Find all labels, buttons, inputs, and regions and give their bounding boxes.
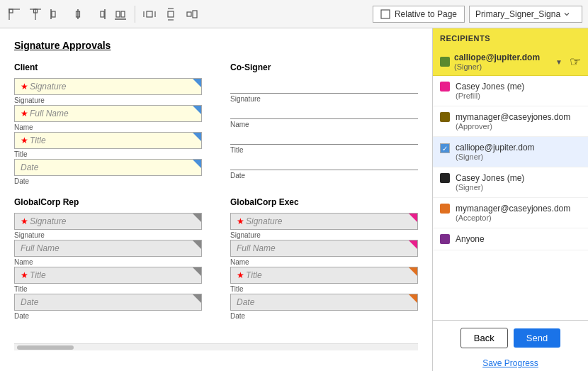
field-text-fullname: Full Name — [30, 109, 69, 118]
recipient-name: mymanager@caseyjones.dom — [456, 112, 570, 122]
section-cosigner-title: Co-Signer — [230, 62, 418, 72]
right-panel: RECIPIENTS calliope@jupiter.dom (Signer)… — [432, 28, 588, 371]
section-cosigner: Co-Signer Signature Name Title Date — [230, 62, 418, 186]
recipient-info: mymanager@caseyjones.dom (Acceptor) — [456, 204, 570, 222]
scroll-thumb[interactable] — [17, 345, 74, 350]
client-date-label: Date — [14, 177, 202, 185]
gcorp-exec-title-label: Title — [230, 285, 418, 293]
recipient-name: calliope@jupiter.dom — [456, 143, 535, 153]
resize-icon[interactable] — [183, 6, 200, 23]
field-corner — [193, 160, 201, 168]
list-item[interactable]: mymanager@caseyjones.dom (Acceptor) — [433, 198, 588, 228]
client-title-label: Title — [14, 150, 202, 158]
dist-v-icon[interactable] — [162, 6, 179, 23]
align-bottom-icon[interactable] — [112, 6, 129, 23]
gcorp-exec-signature-field[interactable]: ★ Signature — [230, 213, 418, 230]
align-tl-icon[interactable] — [6, 6, 23, 23]
recipient-info: Anyone — [456, 234, 485, 244]
field-text-signature: Signature — [30, 82, 66, 92]
relative-to-page-button[interactable]: Relative to Page — [373, 6, 465, 23]
recipient-role: (Approver) — [456, 122, 570, 131]
cosigner-signature-label: Signature — [230, 95, 418, 103]
cosigner-fullname-field — [230, 104, 418, 119]
recipient-name: Casey Jones (me) — [456, 173, 524, 183]
recipients-header: RECIPIENTS — [433, 28, 588, 48]
list-item[interactable]: Casey Jones (me) (Prefill) — [433, 76, 588, 106]
required-star: ★ — [21, 135, 28, 145]
dist-h-icon[interactable] — [141, 6, 158, 23]
cosigner-date-field — [230, 155, 418, 170]
document-title: Signature Approvals — [14, 40, 418, 51]
chevron-down-icon: ▼ — [555, 58, 562, 66]
align-tc-icon[interactable] — [27, 6, 44, 23]
required-star: ★ — [21, 270, 28, 280]
selected-recipient-role: (Signer) — [454, 62, 540, 71]
gcorp-rep-sig-label: Signature — [14, 231, 202, 239]
recipient-info: mymanager@caseyjones.dom (Approver) — [456, 112, 570, 131]
recipient-checkbox[interactable]: ✓ — [440, 143, 450, 153]
section-globalcorp-exec: GlobalCorp Exec ★ Signature Signature Fu… — [230, 197, 418, 321]
toolbar: Relative to Page Primary_Signer_Signa — [0, 0, 588, 28]
list-item[interactable]: ✓ calliope@jupiter.dom (Signer) — [433, 137, 588, 167]
gcorp-exec-title-field[interactable]: ★ Title — [230, 267, 418, 284]
gcorp-rep-fullname-field[interactable]: Full Name — [14, 240, 202, 257]
gcorp-rep-title-field[interactable]: ★ Title — [14, 267, 202, 284]
list-item[interactable]: Anyone — [433, 228, 588, 250]
section-globalcorp-rep: GlobalCorp Rep ★ Signature Signature Ful… — [14, 197, 202, 321]
save-progress-link[interactable]: Save Progress — [433, 355, 588, 371]
gcorp-exec-name-label: Name — [230, 258, 418, 266]
field-corner-pink — [409, 214, 417, 222]
svg-rect-0 — [9, 9, 13, 13]
field-corner — [193, 214, 201, 222]
recipients-list: Casey Jones (me) (Prefill) mymanager@cas… — [433, 76, 588, 320]
svg-rect-21 — [187, 12, 191, 16]
required-star: ★ — [21, 216, 28, 226]
bottom-section: Back Send Save Progress — [433, 320, 588, 371]
main-area: Signature Approvals Client ★ Signature S… — [0, 28, 588, 371]
cosigner-date-label: Date — [230, 172, 418, 179]
sections-grid: Client ★ Signature Signature ★ Full Name… — [14, 62, 418, 332]
client-signature-field[interactable]: ★ Signature — [14, 78, 202, 95]
field-text-title: Title — [246, 270, 262, 280]
recipient-role: (Acceptor) — [456, 214, 570, 222]
align-left-icon[interactable] — [48, 6, 65, 23]
back-button[interactable]: Back — [460, 328, 508, 348]
field-text-fn: Full Name — [237, 243, 276, 253]
client-fullname-field[interactable]: ★ Full Name — [14, 105, 202, 122]
field-corner-orange — [409, 267, 417, 276]
list-item[interactable]: mymanager@caseyjones.dom (Approver) — [433, 106, 588, 137]
gcorp-rep-date-label: Date — [14, 312, 202, 320]
gcorp-rep-date-field[interactable]: Date — [14, 294, 202, 311]
field-corner — [193, 294, 201, 303]
gcorp-rep-signature-field[interactable]: ★ Signature — [14, 213, 202, 230]
cosigner-signature-field — [230, 78, 418, 94]
signer-dropdown-button[interactable]: Primary_Signer_Signa — [469, 6, 582, 23]
relative-to-page-label: Relative to Page — [395, 9, 457, 19]
list-item[interactable]: Casey Jones (me) (Signer) — [433, 167, 588, 198]
recipient-color-dot — [440, 204, 450, 214]
toolbar-divider-1 — [135, 6, 135, 23]
cursor-hand-icon: ☞ — [570, 54, 581, 70]
document-area: Signature Approvals Client ★ Signature S… — [0, 28, 432, 371]
client-date-field[interactable]: Date — [14, 159, 202, 176]
send-button[interactable]: Send — [514, 328, 560, 348]
cosigner-name-label: Name — [230, 121, 418, 128]
recipient-info: calliope@jupiter.dom (Signer) — [456, 143, 535, 161]
gcorp-exec-date-field[interactable]: Date — [230, 294, 418, 311]
recipients-selected[interactable]: calliope@jupiter.dom (Signer) ▼ ☞ — [433, 48, 588, 76]
svg-rect-18 — [168, 11, 174, 17]
align-center-icon[interactable] — [69, 6, 86, 23]
cosigner-title-label: Title — [230, 146, 418, 154]
section-client-title: Client — [14, 62, 202, 72]
field-corner-pink — [409, 240, 417, 249]
recipient-role: (Prefill) — [456, 92, 524, 100]
align-right-icon[interactable] — [91, 6, 108, 23]
recipient-name: Casey Jones (me) — [456, 82, 524, 92]
field-text-sig: Signature — [246, 216, 282, 226]
client-signature-label: Signature — [14, 96, 202, 104]
cosigner-title-field — [230, 129, 418, 145]
gcorp-exec-fullname-field[interactable]: Full Name — [230, 240, 418, 257]
client-title-field[interactable]: ★ Title — [14, 132, 202, 149]
horizontal-scrollbar[interactable] — [14, 343, 418, 350]
required-star: ★ — [237, 270, 244, 280]
